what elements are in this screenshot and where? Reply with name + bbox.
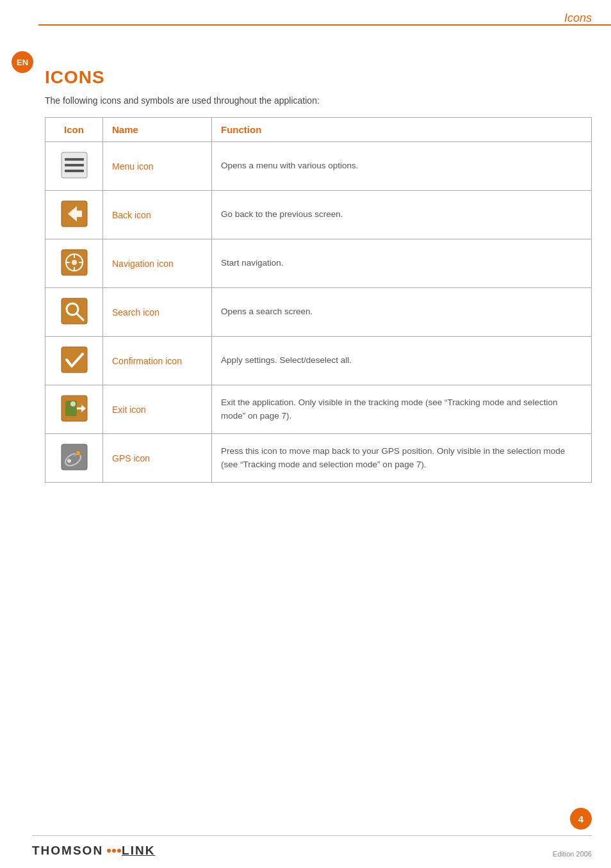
page-title-top: Icons (564, 12, 592, 25)
confirmation-icon (60, 346, 88, 374)
name-cell-confirmation: Confirmation icon (103, 337, 212, 385)
header-icon: Icon (45, 118, 103, 142)
brand-name: THOMSON (32, 844, 103, 858)
name-cell-back: Back icon (103, 191, 212, 239)
name-cell-menu: Menu icon (103, 142, 212, 191)
icon-cell-search (45, 288, 103, 337)
svg-rect-2 (65, 164, 84, 166)
name-cell-exit: Exit icon (103, 385, 212, 434)
function-cell-gps: Press this icon to move map back to your… (212, 434, 592, 483)
svg-point-26 (67, 459, 71, 463)
table-row: Exit icon Exit the application. Only vis… (45, 385, 592, 434)
table-row: Menu icon Opens a menu with various opti… (45, 142, 592, 191)
icon-cell-menu (45, 142, 103, 191)
table-row: Confirmation icon Apply settings. Select… (45, 337, 592, 385)
table-row: Navigation icon Start navigation. (45, 239, 592, 288)
brand-link: LINK (122, 844, 155, 858)
section-heading: ICONS (45, 67, 592, 88)
svg-rect-3 (65, 170, 84, 172)
name-cell-search: Search icon (103, 288, 212, 337)
table-row: GPS icon Press this icon to move map bac… (45, 434, 592, 483)
link-dots (107, 849, 122, 853)
icon-cell-exit (45, 385, 103, 434)
icon-cell-gps (45, 434, 103, 483)
footer-line (32, 835, 592, 837)
svg-point-8 (72, 260, 77, 265)
icon-cell-back (45, 191, 103, 239)
svg-rect-1 (65, 158, 84, 161)
svg-point-21 (70, 401, 76, 406)
table-row: Search icon Opens a search screen. (45, 288, 592, 337)
back-icon (60, 200, 88, 228)
function-cell-menu: Opens a menu with various options. (212, 142, 592, 191)
edition-text: Edition 2006 (553, 850, 592, 858)
name-cell-gps: GPS icon (103, 434, 212, 483)
icon-cell-confirmation (45, 337, 103, 385)
gps-icon (60, 443, 88, 471)
table-row: Back icon Go back to the previous screen… (45, 191, 592, 239)
function-cell-exit: Exit the application. Only visible in th… (212, 385, 592, 434)
intro-text: The following icons and symbols are used… (45, 95, 592, 106)
function-cell-search: Opens a search screen. (212, 288, 592, 337)
header-name: Name (103, 118, 212, 142)
icon-cell-navigation (45, 239, 103, 288)
name-cell-navigation: Navigation icon (103, 239, 212, 288)
top-decorative-line (38, 24, 611, 26)
function-cell-confirmation: Apply settings. Select/deselect all. (212, 337, 592, 385)
main-content: ICONS The following icons and symbols ar… (45, 42, 592, 483)
svg-rect-22 (61, 444, 87, 470)
header-function: Function (212, 118, 592, 142)
search-icon (60, 297, 88, 325)
function-cell-navigation: Start navigation. (212, 239, 592, 288)
function-cell-back: Go back to the previous screen. (212, 191, 592, 239)
navigation-icon (60, 248, 88, 277)
thomson-logo: THOMSON LINK (32, 844, 155, 858)
exit-icon (60, 394, 88, 422)
menu-icon (60, 151, 88, 179)
language-badge: EN (12, 51, 33, 73)
icons-table: Icon Name Function Menu icon Opens a men… (45, 117, 592, 483)
